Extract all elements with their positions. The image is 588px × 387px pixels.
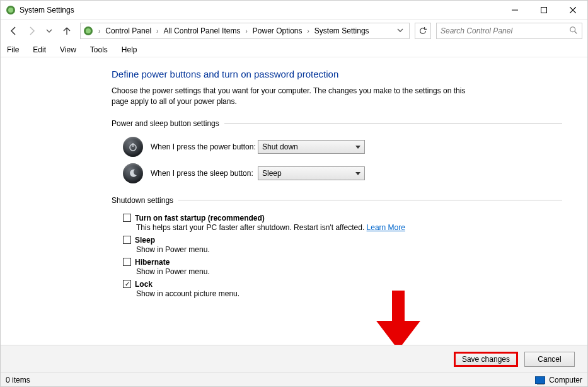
menu-file[interactable]: File [4,44,21,55]
control-panel-icon [83,26,93,36]
up-button[interactable] [59,23,75,39]
menu-tools[interactable]: Tools [88,44,110,55]
svg-line-9 [575,31,577,33]
computer-icon [535,376,545,384]
back-button[interactable] [6,23,22,39]
search-input[interactable] [441,26,569,35]
svg-point-1 [8,8,13,13]
app-icon [6,5,16,15]
menu-edit[interactable]: Edit [30,44,49,55]
refresh-button[interactable] [415,23,431,39]
nav-bar: › Control Panel › All Control Panel Item… [1,20,587,42]
chevron-right-icon: › [154,28,161,35]
search-icon [569,26,578,37]
cancel-button[interactable]: Cancel [524,352,575,367]
fast-startup-title: Turn on fast startup (recommended) [135,214,265,222]
breadcrumb-dropdown[interactable] [394,26,406,35]
power-button-combo[interactable]: Shut down [258,140,365,154]
maximize-button[interactable] [529,1,558,20]
hibernate-desc: Show in Power menu. [123,267,562,276]
fast-startup-option: Turn on fast startup (recommended) This … [112,214,562,232]
section-label-text: Power and sleep button settings [112,119,219,128]
page-heading: Define power buttons and turn on passwor… [112,69,562,79]
sleep-checkbox[interactable] [123,236,131,244]
sleep-button-combo[interactable]: Sleep [258,166,365,180]
minimize-button[interactable] [500,1,529,20]
lock-option: ✓ Lock Show in account picture menu. [112,280,562,298]
divider [178,200,562,200]
lock-checkbox[interactable]: ✓ [123,280,131,288]
breadcrumb[interactable]: › Control Panel › All Control Panel Item… [80,23,410,39]
hibernate-title: Hibernate [135,258,170,267]
button-bar: Save changes Cancel [1,345,587,373]
chevron-right-icon: › [243,28,250,35]
fast-startup-checkbox[interactable] [123,214,131,222]
breadcrumb-item[interactable]: Control Panel [103,25,154,37]
power-button-label: When I press the power button: [151,142,258,151]
recent-dropdown[interactable] [41,23,57,39]
power-icon [123,137,143,157]
save-changes-button[interactable]: Save changes [454,352,518,367]
sleep-title: Sleep [135,236,155,245]
menu-bar: File Edit View Tools Help [1,42,587,57]
sleep-button-row: When I press the sleep button: Sleep [112,163,562,183]
menu-help[interactable]: Help [119,44,140,55]
chevron-right-icon: › [305,28,312,35]
breadcrumb-item[interactable]: System Settings [312,25,372,37]
status-items-count: 0 items [6,376,30,384]
section-label-text: Shutdown settings [112,196,173,205]
fast-startup-desc: This helps start your PC faster after sh… [123,223,562,232]
lock-title: Lock [135,280,153,289]
sleep-icon [123,163,143,183]
hibernate-checkbox[interactable] [123,258,131,266]
page-description: Choose the power settings that you want … [112,86,483,108]
close-button[interactable] [558,1,587,20]
svg-point-8 [570,26,575,32]
breadcrumb-item[interactable]: All Control Panel Items [161,25,243,37]
window-title: System Settings [20,6,500,14]
section-shutdown: Shutdown settings [112,196,562,205]
svg-point-7 [86,28,91,33]
sleep-button-label: When I press the sleep button: [151,169,258,178]
status-location: Computer [549,376,582,384]
lock-desc: Show in account picture menu. [123,289,562,298]
status-bar: 0 items Computer [1,373,587,386]
combo-value: Shut down [262,142,298,151]
sleep-option: Sleep Show in Power menu. [112,236,562,254]
forward-button[interactable] [23,23,40,39]
section-power-sleep: Power and sleep button settings [112,119,562,128]
chevron-right-icon: › [96,28,103,35]
hibernate-option: Hibernate Show in Power menu. [112,258,562,276]
breadcrumb-item[interactable]: Power Options [250,25,305,37]
sleep-desc: Show in Power menu. [123,245,562,254]
svg-rect-3 [541,7,547,13]
power-button-row: When I press the power button: Shut down [112,137,562,157]
content-area: Define power buttons and turn on passwor… [1,57,587,345]
window-controls [500,1,587,20]
menu-view[interactable]: View [57,44,79,55]
learn-more-link[interactable]: Learn More [367,223,405,232]
combo-value: Sleep [262,169,282,178]
divider [224,123,562,124]
title-bar: System Settings [1,1,587,20]
search-box[interactable] [436,23,582,39]
